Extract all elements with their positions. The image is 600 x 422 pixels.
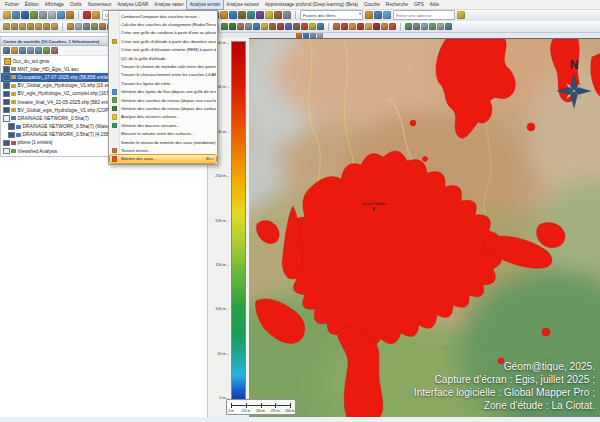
menu-item[interactable]: Créer une grille de courbure à partir d'…: [110, 29, 216, 37]
digitizer-area-icon[interactable]: [27, 23, 34, 30]
menu-analyse-terrain[interactable]: Analyse terrain: [187, 0, 224, 9]
pin-red-icon[interactable]: [83, 11, 91, 19]
digitizer-line-icon[interactable]: [19, 23, 26, 30]
menu-recherche[interactable]: Recherche: [383, 0, 411, 9]
menu-analyse-raster[interactable]: Analyse raster: [151, 0, 186, 9]
slope-icon[interactable]: [333, 23, 340, 30]
layer-check-all-icon[interactable]: [19, 47, 26, 54]
roughness-icon[interactable]: [357, 23, 364, 30]
menu-item[interactable]: Créer une grille d'altitude à partir des…: [110, 37, 216, 45]
grid-view-icon[interactable]: [48, 11, 56, 19]
save-workspace-icon[interactable]: [21, 11, 29, 19]
layer-row[interactable]: BV_Global_egis_Hydrologie_V1.shp [16 ent…: [1, 82, 109, 90]
tree-icon[interactable]: [229, 23, 236, 30]
menu-item[interactable]: Analyse des secteurs solaires...: [110, 113, 216, 121]
layer-search-icon[interactable]: [3, 47, 10, 54]
shading-icon[interactable]: [389, 23, 396, 30]
layer-checkbox[interactable]: [3, 74, 10, 81]
layer-row[interactable]: DRAINAGE NETWORK_0.5ha(7) [4,158 entités…: [1, 131, 109, 139]
layer-row[interactable]: DRAINAGE NETWORK_0.5ha(7): [1, 114, 109, 122]
filter-icon[interactable]: [309, 23, 316, 30]
layer-row[interactable]: BV_Global_egis_Hydrologie_V1.shp (COPY) …: [1, 106, 109, 114]
layer-add-icon[interactable]: [11, 47, 18, 54]
lidar-classify-icon[interactable]: [256, 11, 264, 19]
menu-item[interactable]: Mesurer le volume entre des surfaces...: [110, 129, 216, 137]
menu-couche[interactable]: Couche: [361, 0, 383, 9]
contour-generate-icon[interactable]: [238, 11, 246, 19]
pin-orange-icon[interactable]: [92, 11, 100, 19]
layer-checkbox[interactable]: [3, 91, 10, 98]
layer-checkbox[interactable]: [3, 82, 10, 89]
menu-item[interactable]: Calculer des couches de changement (Rada…: [110, 20, 216, 28]
menu-item[interactable]: Générer des lignes de flux (depuis une g…: [110, 88, 216, 96]
menu-item[interactable]: Trouver les lignes de crête...: [110, 79, 216, 87]
parcels-icon[interactable]: [413, 23, 420, 30]
layer-checkbox[interactable]: [3, 99, 10, 106]
export-icon[interactable]: [30, 11, 38, 19]
menu-item[interactable]: Trouver le chevauchement entre les couch…: [110, 71, 216, 79]
ground-icon[interactable]: [269, 23, 276, 30]
digitizer-erase-icon[interactable]: [51, 23, 58, 30]
layer-row[interactable]: pilone [1 entités]: [1, 139, 109, 147]
menu-item[interactable]: Simuler le niveau de montée des eaux (in…: [110, 138, 216, 146]
menu-apprentissage-profond-deep-learning-beta-[interactable]: Apprentissage profond (Deep learning) (B…: [262, 0, 361, 9]
layer-row[interactable]: Occupation_17-07-2025.shp [58,858 entité…: [1, 73, 109, 81]
menu-item[interactable]: Trouver le chemin de moindre coût entre …: [110, 62, 216, 70]
building-icon[interactable]: [237, 23, 244, 30]
water-rise-icon[interactable]: [229, 11, 237, 19]
filter-favorites-combo[interactable]: Favoris des filtres: [300, 10, 363, 20]
hillshade-icon[interactable]: [349, 23, 356, 30]
layer-row[interactable]: Viewshed Analysis: [1, 147, 109, 155]
metadata-icon[interactable]: [57, 11, 65, 19]
layer-row[interactable]: lineaire_final_V4_22-05-2025.shp [582 en…: [1, 98, 109, 106]
layer-row[interactable]: DRAINAGE NETWORK_0.5ha(7) (Watershed Are…: [1, 123, 109, 131]
layer-checkbox[interactable]: [3, 66, 10, 73]
classify-icon[interactable]: [261, 23, 268, 30]
menu-item[interactable]: Texture terrain...: [110, 146, 216, 154]
layer-checkbox[interactable]: [3, 148, 10, 155]
open-file-icon[interactable]: [3, 11, 11, 19]
hydrology-icon[interactable]: [445, 23, 452, 30]
menu--dition[interactable]: Édition: [22, 0, 42, 9]
zones-icon[interactable]: [421, 23, 428, 30]
layer-info-icon[interactable]: [43, 47, 50, 54]
menu-aide[interactable]: Aide: [427, 0, 442, 9]
brush-icon[interactable]: [67, 23, 74, 30]
menu-analyse-vecteur[interactable]: Analyse vecteur: [223, 0, 262, 9]
menu-gps[interactable]: GPS: [411, 0, 427, 9]
noise-icon[interactable]: [277, 23, 284, 30]
line-tool-icon[interactable]: [83, 23, 90, 30]
menu-analyse-lidar[interactable]: Analyse LiDAR: [114, 0, 151, 9]
script-icon[interactable]: [283, 11, 291, 19]
menu-fichier[interactable]: Fichier: [2, 0, 22, 9]
layer-options-icon[interactable]: [27, 47, 34, 54]
sun-shade-icon[interactable]: [220, 11, 228, 19]
relief-icon[interactable]: [373, 23, 380, 30]
point-tool-icon[interactable]: [99, 23, 106, 30]
menu-item[interactable]: Combiner/Comparer des couches terrain...: [110, 12, 216, 20]
layer-checkbox[interactable]: [3, 115, 10, 122]
layer-checkbox[interactable]: [3, 140, 10, 147]
vegetation-icon[interactable]: [221, 23, 228, 30]
menu-affichage[interactable]: Affichage: [42, 0, 67, 9]
help-icon[interactable]: [383, 11, 391, 19]
terrain-paint-icon[interactable]: [274, 11, 282, 19]
layer-checkbox[interactable]: [3, 107, 10, 114]
menu-item[interactable]: QC de la grille d'altitude...: [110, 54, 216, 62]
digitizer-range-icon[interactable]: [43, 23, 50, 30]
stats-icon[interactable]: [317, 23, 324, 30]
watershed-generate-icon[interactable]: [247, 11, 255, 19]
menu-item[interactable]: Montée des eaux...Alt+I: [110, 155, 216, 163]
menu-item[interactable]: Générer des bassins versants...: [110, 121, 216, 129]
favorites-star-icon[interactable]: [457, 11, 465, 19]
soils-icon[interactable]: [437, 23, 444, 30]
layer-row[interactable]: BV_egis_Hydrologie_V2_complet.shp [167 e…: [1, 90, 109, 98]
menu-item[interactable]: Générer des courbes de niveau (depuis un…: [110, 96, 216, 104]
layer-zoom-icon[interactable]: [35, 47, 42, 54]
menu-item[interactable]: Créer une grille d'élévation relative (R…: [110, 46, 216, 54]
menu-num-riseur[interactable]: Numériseur: [85, 0, 115, 9]
configure-icon[interactable]: [39, 11, 47, 19]
globe-icon[interactable]: [374, 11, 382, 19]
address-search-input[interactable]: [393, 10, 455, 20]
road-icon[interactable]: [245, 23, 252, 30]
